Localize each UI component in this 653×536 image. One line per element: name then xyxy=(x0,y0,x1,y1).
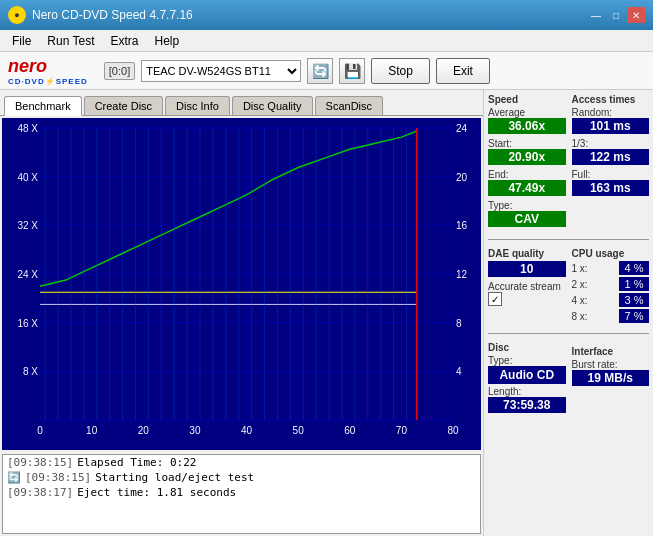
minimize-button[interactable]: — xyxy=(587,7,605,23)
close-button[interactable]: ✕ xyxy=(627,7,645,23)
access-title: Access times xyxy=(572,94,650,105)
chart-area xyxy=(2,118,481,450)
tab-benchmark[interactable]: Benchmark xyxy=(4,96,82,116)
cpu-row-4: 8 x: 7 % xyxy=(572,309,650,323)
end-label: End: xyxy=(488,169,566,180)
log-timestamp: [09:38:17] xyxy=(7,486,73,499)
speed-access-section: Speed Average 36.06x Start: 20.90x End: … xyxy=(488,94,649,231)
one-third-label: 1/3: xyxy=(572,138,650,149)
main-area: Benchmark Create Disc Disc Info Disc Qua… xyxy=(0,90,653,536)
full-label: Full: xyxy=(572,169,650,180)
cpu-row-1: 1 x: 4 % xyxy=(572,261,650,275)
type-label: Type: xyxy=(488,200,566,211)
benchmark-chart xyxy=(2,118,481,450)
list-item: [09:38:15] Elapsed Time: 0:22 xyxy=(3,455,480,470)
cpu-row-2: 2 x: 1 % xyxy=(572,277,650,291)
tabs-bar: Benchmark Create Disc Disc Info Disc Qua… xyxy=(0,90,483,116)
end-value: 47.49x xyxy=(488,180,566,196)
tab-disc-quality[interactable]: Disc Quality xyxy=(232,96,313,115)
log-text: Elapsed Time: 0:22 xyxy=(77,456,196,469)
disc-interface-section: Disc Type: Audio CD Length: 73:59.38 Int… xyxy=(488,342,649,417)
accurate-row: ✓ xyxy=(488,292,566,306)
maximize-button[interactable]: □ xyxy=(607,7,625,23)
dae-cpu-section: DAE quality 10 Accurate stream ✓ CPU usa… xyxy=(488,248,649,325)
dae-value: 10 xyxy=(488,261,566,277)
left-panel: Benchmark Create Disc Disc Info Disc Qua… xyxy=(0,90,483,536)
interface-col: Interface Burst rate: 19 MB/s xyxy=(572,346,650,417)
toolbar: nero CD·DVD⚡SPEED [0:0] TEAC DV-W524GS B… xyxy=(0,52,653,90)
drive-selector[interactable]: TEAC DV-W524GS BT11 xyxy=(141,60,301,82)
dae-title: DAE quality xyxy=(488,248,566,259)
divider-2 xyxy=(488,333,649,334)
log-text: Eject time: 1.81 seconds xyxy=(77,486,236,499)
cpu-value-4x: 3 % xyxy=(619,293,649,307)
save-icon-button[interactable]: 💾 xyxy=(339,58,365,84)
start-value: 20.90x xyxy=(488,149,566,165)
tab-create-disc[interactable]: Create Disc xyxy=(84,96,163,115)
stop-button[interactable]: Stop xyxy=(371,58,430,84)
cpu-col: CPU usage 1 x: 4 % 2 x: 1 % 4 x: 3 % 8 x… xyxy=(572,248,650,325)
tab-scan-disc[interactable]: ScanDisc xyxy=(315,96,383,115)
disc-type-label: Type: xyxy=(488,355,566,366)
speed-title: Speed xyxy=(488,94,566,105)
right-panel: Speed Average 36.06x Start: 20.90x End: … xyxy=(483,90,653,536)
cpu-label-8x: 8 x: xyxy=(572,311,588,322)
start-label: Start: xyxy=(488,138,566,149)
speed-col: Speed Average 36.06x Start: 20.90x End: … xyxy=(488,94,566,231)
cpu-label-1x: 1 x: xyxy=(572,263,588,274)
log-timestamp: [09:38:15] xyxy=(25,471,91,484)
disc-col: Disc Type: Audio CD Length: 73:59.38 xyxy=(488,342,566,417)
window-title: Nero CD-DVD Speed 4.7.7.16 xyxy=(32,8,193,22)
list-item: 🔄 [09:38:15] Starting load/eject test xyxy=(3,470,480,485)
log-icon: 🔄 xyxy=(7,471,21,484)
cpu-row-3: 4 x: 3 % xyxy=(572,293,650,307)
disc-title: Disc xyxy=(488,342,566,353)
cpu-value-1x: 4 % xyxy=(619,261,649,275)
nero-logo: nero xyxy=(8,56,47,77)
average-label: Average xyxy=(488,107,566,118)
menu-run-test[interactable]: Run Test xyxy=(39,32,102,50)
cpu-value-8x: 7 % xyxy=(619,309,649,323)
disc-type-value: Audio CD xyxy=(488,366,566,384)
menubar: File Run Test Extra Help xyxy=(0,30,653,52)
logo-subtitle: CD·DVD⚡SPEED xyxy=(8,77,88,86)
cpu-label-4x: 4 x: xyxy=(572,295,588,306)
disc-length-value: 73:59.38 xyxy=(488,397,566,413)
drive-index-label: [0:0] xyxy=(104,62,135,80)
list-item: [09:38:17] Eject time: 1.81 seconds xyxy=(3,485,480,500)
full-value: 163 ms xyxy=(572,180,650,196)
tab-disc-info[interactable]: Disc Info xyxy=(165,96,230,115)
burst-value: 19 MB/s xyxy=(572,370,650,386)
cpu-title: CPU usage xyxy=(572,248,650,259)
divider-1 xyxy=(488,239,649,240)
log-text: Starting load/eject test xyxy=(95,471,254,484)
app-icon: ● xyxy=(8,6,26,24)
disc-length-label: Length: xyxy=(488,386,566,397)
exit-button[interactable]: Exit xyxy=(436,58,490,84)
dae-col: DAE quality 10 Accurate stream ✓ xyxy=(488,248,566,325)
cpu-value-2x: 1 % xyxy=(619,277,649,291)
access-col: Access times Random: 101 ms 1/3: 122 ms … xyxy=(572,94,650,231)
refresh-icon-button[interactable]: 🔄 xyxy=(307,58,333,84)
one-third-value: 122 ms xyxy=(572,149,650,165)
titlebar: ● Nero CD-DVD Speed 4.7.7.16 — □ ✕ xyxy=(0,0,653,30)
log-timestamp: [09:38:15] xyxy=(7,456,73,469)
menu-extra[interactable]: Extra xyxy=(102,32,146,50)
type-value: CAV xyxy=(488,211,566,227)
cpu-label-2x: 2 x: xyxy=(572,279,588,290)
random-label: Random: xyxy=(572,107,650,118)
burst-label: Burst rate: xyxy=(572,359,650,370)
app-logo: nero CD·DVD⚡SPEED xyxy=(8,56,88,86)
menu-file[interactable]: File xyxy=(4,32,39,50)
interface-title: Interface xyxy=(572,346,650,357)
average-value: 36.06x xyxy=(488,118,566,134)
accurate-checkbox[interactable]: ✓ xyxy=(488,292,502,306)
menu-help[interactable]: Help xyxy=(147,32,188,50)
random-value: 101 ms xyxy=(572,118,650,134)
log-area: [09:38:15] Elapsed Time: 0:22 🔄 [09:38:1… xyxy=(2,454,481,534)
accurate-label: Accurate stream xyxy=(488,281,566,292)
window-controls: — □ ✕ xyxy=(587,7,645,23)
